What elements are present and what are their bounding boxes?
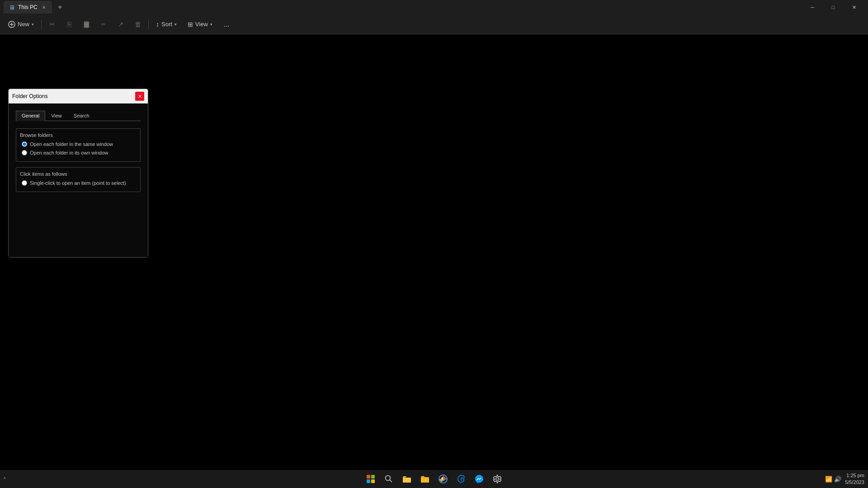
tab-general[interactable]: General <box>16 111 45 121</box>
view-icon: ⊞ <box>188 21 193 28</box>
browse-folders-label: Browse folders <box>20 132 137 138</box>
dialog-close-button[interactable]: ✕ <box>135 92 144 101</box>
radio-same-window-item: Open each folder in the same window <box>20 141 137 148</box>
cut-button[interactable]: ✂ <box>44 17 60 32</box>
toolbar-sep-2 <box>148 20 149 29</box>
radio-own-window[interactable] <box>22 150 27 155</box>
radio-single-click-label[interactable]: Single-click to open an item (point to s… <box>30 180 126 186</box>
win-logo-yellow <box>371 479 375 483</box>
taskbar-right: 📶 🔊 1:25 pm 5/5/2023 <box>825 470 868 488</box>
tab-close-btn[interactable]: ✕ <box>40 4 47 11</box>
view-label: View <box>195 21 208 28</box>
file-explorer-taskbar-button[interactable] <box>399 471 415 487</box>
chrome-taskbar-button[interactable] <box>435 471 451 487</box>
windows-logo-icon <box>367 475 375 483</box>
search-icon <box>385 475 393 483</box>
maximize-button[interactable]: □ <box>823 0 844 14</box>
system-tray-icons: 📶 🔊 <box>825 476 841 483</box>
active-tab[interactable]: 🖥 This PC ✕ <box>4 1 52 14</box>
system-tray-expand[interactable]: ^ <box>4 477 6 482</box>
tab-view[interactable]: View <box>45 111 68 121</box>
svg-point-10 <box>496 478 499 480</box>
rename-button[interactable]: ✏ <box>96 17 111 32</box>
edge-icon <box>457 474 466 483</box>
sort-arrow: ▾ <box>175 22 177 27</box>
copy-button[interactable]: ⎘ <box>61 17 77 32</box>
view-button[interactable]: ⊞ View ▾ <box>183 17 217 32</box>
dialog-overlay: Folder Options ✕ General View Search Bro… <box>0 34 868 470</box>
window-controls: ─ □ ✕ <box>802 0 864 14</box>
svg-line-4 <box>390 480 392 482</box>
folder-options-dialog: Folder Options ✕ General View Search Bro… <box>8 89 148 258</box>
new-tab-button[interactable]: + <box>54 1 66 14</box>
folder-taskbar-button[interactable] <box>417 471 433 487</box>
toolbar-sep-1 <box>41 20 42 29</box>
svg-point-3 <box>386 476 391 481</box>
radio-same-window-label[interactable]: Open each folder in the same window <box>30 141 113 147</box>
dialog-tabs: General View Search <box>16 111 141 121</box>
messenger-icon <box>475 474 484 483</box>
paste-button[interactable]: 📋 <box>79 17 94 32</box>
tab-label: This PC <box>18 4 38 10</box>
folder-icon <box>420 475 429 483</box>
main-area: Folder Options ✕ General View Search Bro… <box>0 34 868 470</box>
tab-area: 🖥 This PC ✕ + <box>4 1 798 14</box>
view-arrow: ▾ <box>210 22 212 27</box>
svg-rect-5 <box>403 478 411 483</box>
file-explorer-icon <box>402 475 411 483</box>
taskbar-left: ^ <box>4 470 6 488</box>
more-options-button[interactable]: ... <box>219 17 234 32</box>
new-arrow: ▾ <box>32 22 34 27</box>
new-icon <box>8 21 15 28</box>
tab-file-icon: 🖥 <box>8 4 15 11</box>
close-button[interactable]: ✕ <box>844 0 864 14</box>
dialog-title: Folder Options <box>12 93 48 99</box>
dialog-body: General View Search Browse folders Open … <box>9 103 148 257</box>
toolbar: New ▾ ✂ ⎘ 📋 ✏ ↗ 🗑 ↕ Sort ▾ ⊞ View ▾ ... <box>0 14 868 34</box>
radio-same-window[interactable] <box>22 141 27 147</box>
sort-icon: ↕ <box>156 21 159 28</box>
click-items-label: Click items as follows <box>20 171 137 177</box>
title-bar: 🖥 This PC ✕ + ─ □ ✕ <box>0 0 868 14</box>
win-logo-green <box>371 475 375 479</box>
radio-own-window-label[interactable]: Open each folder in its own window <box>30 150 108 155</box>
win-logo-red <box>367 475 370 479</box>
tab-search[interactable]: Search <box>68 111 95 121</box>
start-button[interactable] <box>363 471 379 487</box>
share-button[interactable]: ↗ <box>113 17 128 32</box>
new-button[interactable]: New ▾ <box>4 17 38 32</box>
messenger-taskbar-button[interactable] <box>471 471 487 487</box>
new-label: New <box>18 21 29 28</box>
settings-icon <box>493 474 502 483</box>
edge-taskbar-button[interactable] <box>453 471 469 487</box>
chrome-icon <box>439 474 448 483</box>
clock-time: 1:25 pm <box>845 472 864 479</box>
click-items-group: Click items as follows Single-click to o… <box>16 167 141 192</box>
settings-taskbar-button[interactable] <box>489 471 505 487</box>
radio-single-click[interactable] <box>22 180 27 186</box>
delete-button[interactable]: 🗑 <box>130 17 146 32</box>
wifi-icon[interactable]: 📶 <box>825 476 832 483</box>
radio-single-click-item: Single-click to open an item (point to s… <box>20 179 137 187</box>
taskbar-clock[interactable]: 1:25 pm 5/5/2023 <box>845 472 864 486</box>
clock-date: 5/5/2023 <box>845 479 864 486</box>
sort-button[interactable]: ↕ Sort ▾ <box>151 17 181 32</box>
radio-own-window-item: Open each folder in its own window <box>20 149 137 156</box>
svg-rect-7 <box>421 477 429 483</box>
dialog-title-bar: Folder Options ✕ <box>9 89 148 103</box>
taskbar: ^ <box>0 470 868 488</box>
browse-folders-group: Browse folders Open each folder in the s… <box>16 128 141 162</box>
search-taskbar-button[interactable] <box>381 471 397 487</box>
win-logo-blue <box>367 479 370 483</box>
minimize-button[interactable]: ─ <box>802 0 823 14</box>
volume-icon[interactable]: 🔊 <box>834 476 841 483</box>
sort-label: Sort <box>161 21 172 28</box>
